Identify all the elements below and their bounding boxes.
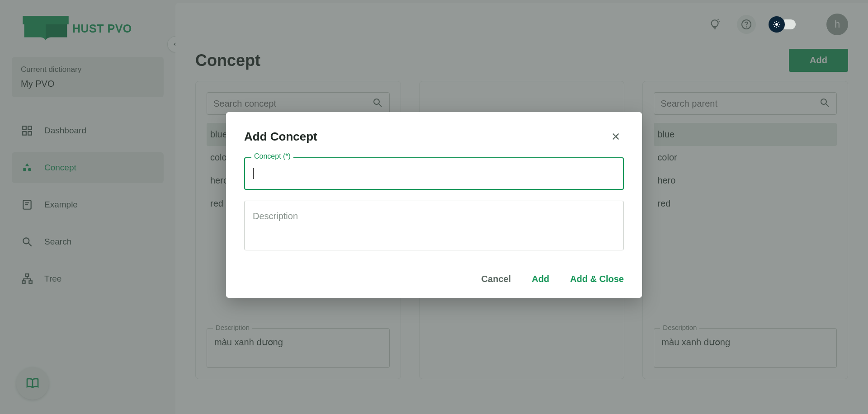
svg-line-25: [778, 26, 779, 27]
concept-field: Concept (*): [244, 157, 624, 190]
modal-add-button[interactable]: Add: [532, 274, 549, 284]
close-button[interactable]: [608, 128, 624, 145]
modal-actions: Cancel Add Add & Close: [244, 263, 624, 284]
add-close-button[interactable]: Add & Close: [570, 274, 624, 284]
svg-line-26: [774, 26, 775, 27]
modal-title: Add Concept: [244, 130, 317, 144]
svg-line-27: [778, 22, 779, 23]
modal-description-field: [244, 201, 624, 252]
add-concept-modal: Add Concept Concept (*) Cancel Add Add &…: [226, 112, 642, 298]
modal-overlay[interactable]: Add Concept Concept (*) Cancel Add Add &…: [0, 0, 868, 414]
cancel-button[interactable]: Cancel: [481, 274, 511, 284]
svg-point-19: [775, 23, 778, 26]
concept-input[interactable]: [244, 157, 624, 190]
description-input[interactable]: [244, 201, 624, 250]
close-icon: [611, 132, 621, 141]
svg-line-24: [774, 22, 775, 23]
concept-label: Concept (*): [251, 152, 293, 160]
sun-icon: [769, 16, 785, 33]
